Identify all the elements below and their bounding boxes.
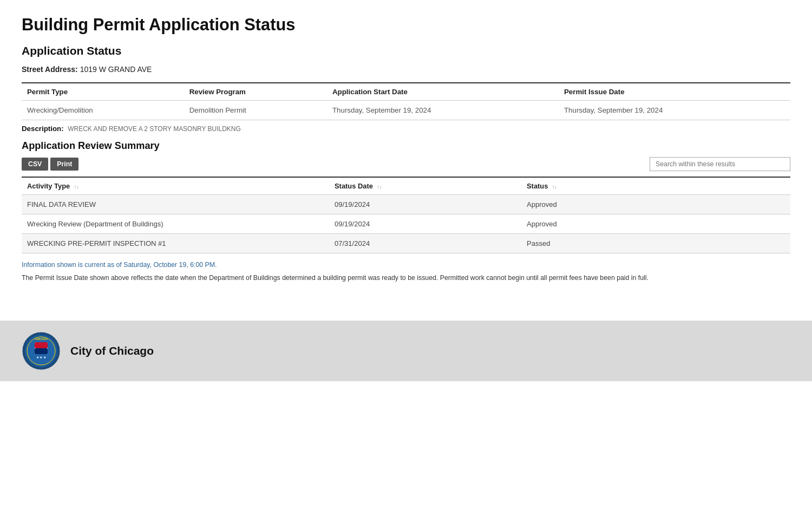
review-header-activity: Activity Type ↑↓: [22, 177, 329, 195]
street-address-label: Street Address:: [22, 65, 78, 74]
application-status-subtitle: Application Status: [22, 44, 790, 57]
status-cell: Approved: [521, 195, 790, 214]
toolbar-left: CSV Print: [22, 158, 78, 171]
permit-table-header-type: Permit Type: [22, 83, 184, 101]
review-header-status: Status ↑↓: [521, 177, 790, 195]
permit-table: Permit Type Review Program Application S…: [22, 82, 790, 120]
footer-city-name: City of Chicago: [70, 344, 154, 357]
footer: ★ ★ ★ CHICAGO City of Chicago: [0, 321, 812, 381]
svg-text:★ ★ ★: ★ ★ ★: [36, 356, 46, 359]
street-address-value: 1019 W GRAND AVE: [80, 65, 152, 74]
search-input[interactable]: [650, 157, 790, 171]
review-table-row: FINAL DATA REVIEW09/19/2024Approved: [22, 195, 790, 214]
status-cell: Passed: [521, 234, 790, 253]
activity-type-cell: WRECKING PRE-PERMIT INSPECTION #1: [22, 234, 329, 253]
disclaimer-text: The Permit Issue Date shown above reflec…: [22, 273, 790, 283]
svg-rect-4: [35, 342, 48, 348]
permit-table-header-program: Review Program: [184, 83, 327, 101]
description-label: Description:: [22, 125, 64, 133]
city-seal: ★ ★ ★ CHICAGO: [22, 331, 61, 370]
city-seal-svg: ★ ★ ★ CHICAGO: [22, 331, 61, 370]
print-button[interactable]: Print: [50, 158, 78, 171]
permit-table-row: Wrecking/Demolition Demolition Permit Th…: [22, 101, 790, 120]
description-value: WRECK AND REMOVE A 2 STORY MASONRY BUILD…: [68, 125, 240, 133]
app-start-date-cell: Thursday, September 19, 2024: [327, 101, 559, 120]
svg-rect-5: [35, 348, 48, 354]
review-program-cell: Demolition Permit: [184, 101, 327, 120]
street-address: Street Address: 1019 W GRAND AVE: [22, 65, 790, 74]
status-date-cell: 09/19/2024: [329, 195, 521, 214]
permit-type-cell: Wrecking/Demolition: [22, 101, 184, 120]
permit-table-header-issue: Permit Issue Date: [559, 83, 790, 101]
review-table-row: WRECKING PRE-PERMIT INSPECTION #107/31/2…: [22, 234, 790, 253]
permit-table-header-start: Application Start Date: [327, 83, 559, 101]
sort-statusdate-icon[interactable]: ↑↓: [377, 184, 382, 190]
toolbar: CSV Print: [22, 157, 790, 171]
review-summary-title: Application Review Summary: [22, 140, 790, 152]
status-date-cell: 07/31/2024: [329, 234, 521, 253]
page-title: Building Permit Application Status: [22, 15, 790, 35]
review-header-statusdate: Status Date ↑↓: [329, 177, 521, 195]
info-current-as-of: Information shown is current as of Satur…: [22, 261, 790, 269]
status-date-cell: 09/19/2024: [329, 214, 521, 234]
review-table: Activity Type ↑↓ Status Date ↑↓ Status ↑…: [22, 177, 790, 253]
sort-status-icon[interactable]: ↑↓: [552, 184, 557, 190]
description-row: Description: WRECK AND REMOVE A 2 STORY …: [22, 120, 790, 140]
csv-button[interactable]: CSV: [22, 158, 48, 171]
activity-type-cell: FINAL DATA REVIEW: [22, 195, 329, 214]
main-content: Building Permit Application Status Appli…: [0, 0, 812, 304]
review-table-row: Wrecking Review (Department of Buildings…: [22, 214, 790, 234]
activity-type-cell: Wrecking Review (Department of Buildings…: [22, 214, 329, 234]
sort-activity-icon[interactable]: ↑↓: [74, 184, 79, 190]
status-cell: Approved: [521, 214, 790, 234]
permit-issue-date-cell: Thursday, September 19, 2024: [559, 101, 790, 120]
